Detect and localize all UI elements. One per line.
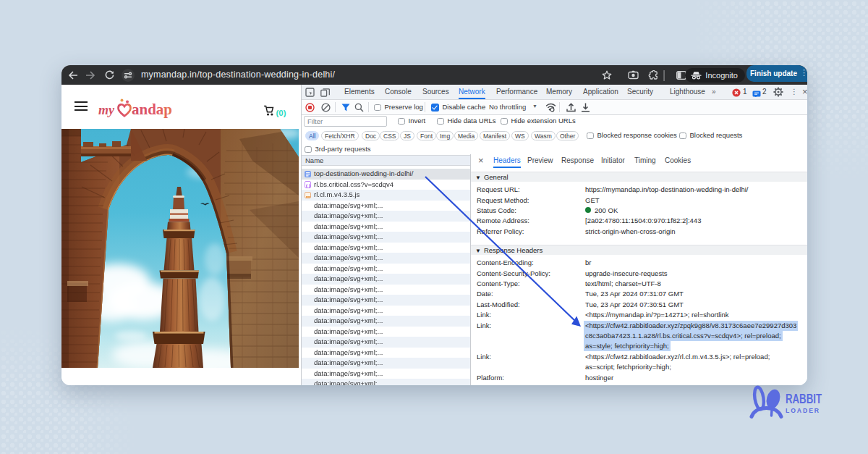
svg-text:andap: andap — [132, 101, 172, 118]
svg-text:RABBIT: RABBIT — [786, 392, 822, 406]
svg-text:(0): (0) — [276, 109, 286, 117]
svg-text:LOADER: LOADER — [786, 407, 820, 414]
svg-text:my: my — [98, 103, 115, 117]
